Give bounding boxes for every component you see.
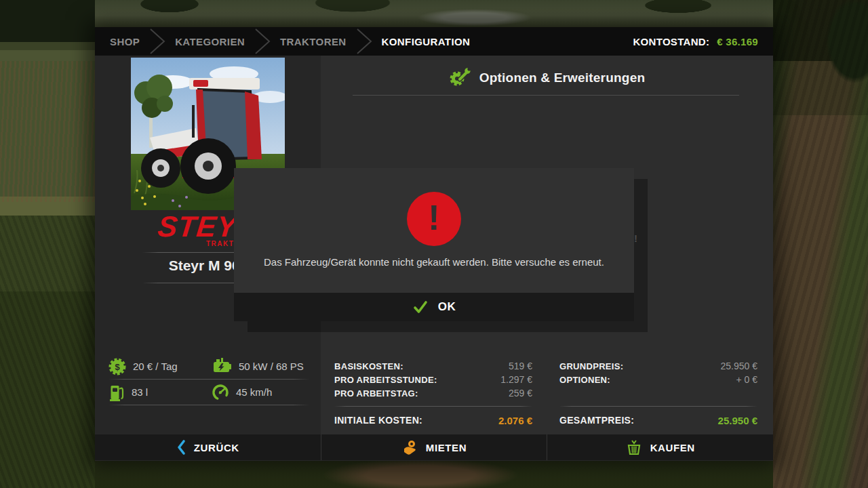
buy-button-label: KAUFEN [650, 442, 695, 453]
table-total-row: INITIALE KOSTEN: 2.076 € [334, 413, 532, 427]
vehicle-stats: $ 20 € / Tag 50 kW / 68 PS 83 l [108, 354, 309, 405]
game-background-right [773, 0, 868, 488]
table-row: BASISKOSTEN: 519 € [334, 359, 532, 373]
buy-button[interactable]: KAUFEN [547, 434, 773, 460]
speed-icon [212, 384, 229, 401]
cost-label: BASISKOSTEN: [334, 361, 403, 371]
cost-value: 259 € [509, 388, 532, 399]
rent-hand-coin-icon [401, 439, 418, 455]
cost-label: INITIALE KOSTEN: [334, 415, 422, 426]
cost-label: PRO ARBEITSTAG: [334, 388, 418, 399]
rental-costs-table: BASISKOSTEN: 519 € PRO ARBEITSSTUNDE: 1.… [334, 359, 532, 427]
error-dialog: ! Das Fahrzeug/Gerät konnte nicht gekauf… [234, 168, 634, 321]
spacer [559, 386, 757, 400]
account-balance: KONTOSTAND: € 36.169 [633, 36, 758, 47]
breadcrumb-item-kategorien[interactable]: KATEGORIEN [175, 36, 245, 47]
stat-value: 50 kW / 68 PS [239, 361, 304, 372]
back-button[interactable]: ZURÜCK [95, 434, 321, 460]
rent-button-label: MIETEN [426, 442, 467, 453]
alert-icon: ! [407, 192, 461, 246]
ok-button[interactable]: OK [234, 293, 634, 321]
stat-value: 45 km/h [236, 386, 272, 398]
breadcrumb-bar: SHOP KATEGORIEN TRAKTOREN KONFIGURATION … [95, 27, 773, 56]
chevron-left-icon [176, 439, 186, 455]
cost-label: GRUNDPREIS: [559, 361, 623, 371]
chevron-right-icon [149, 28, 166, 55]
stat-value: 83 l [132, 386, 148, 398]
table-row: OPTIONEN: + 0 € [559, 373, 757, 386]
back-button-label: ZURÜCK [194, 442, 239, 453]
divider [353, 95, 739, 96]
ok-button-label: OK [438, 300, 456, 314]
table-row: GRUNDPREIS: 25.950 € [559, 359, 757, 373]
divider [559, 406, 757, 407]
rent-button[interactable]: MIETEN [321, 434, 547, 460]
cost-label: GESAMTPREIS: [559, 415, 634, 426]
breadcrumb-item-traktoren[interactable]: TRAKTOREN [280, 36, 347, 47]
total-price-value: 25.950 € [718, 415, 757, 426]
options-header: Optionen & Erweiterungen [321, 64, 773, 92]
svg-text:$: $ [115, 361, 120, 371]
cost-value: 25.950 € [721, 361, 758, 371]
checkmark-icon [412, 300, 429, 314]
table-total-row: GESAMTPREIS: 25.950 € [559, 413, 757, 427]
initial-costs-value: 2.076 € [498, 415, 532, 426]
stat-daily-cost: $ 20 € / Tag [108, 354, 212, 379]
cost-value: + 0 € [736, 374, 757, 385]
stat-power: 50 kW / 68 PS [212, 354, 309, 379]
chevron-right-icon [355, 28, 373, 55]
chevron-right-icon [254, 28, 271, 55]
stat-value: 20 € / Tag [133, 361, 178, 372]
buy-basket-icon [626, 439, 642, 456]
cost-label: PRO ARBEITSSTUNDE: [334, 375, 437, 385]
game-background-bottom [95, 460, 773, 488]
exclamation-glyph: ! [428, 200, 439, 238]
game-background-left [0, 0, 95, 488]
footer-button-bar: ZURÜCK MIETEN KAUFEN [95, 434, 773, 460]
balance-label: KONTOSTAND: [633, 36, 709, 47]
stat-max-speed: 45 km/h [212, 380, 309, 405]
purchase-costs-table: GRUNDPREIS: 25.950 € OPTIONEN: + 0 € GES… [559, 359, 757, 427]
divider [108, 405, 309, 405]
engine-icon [212, 358, 232, 375]
stat-fuel-capacity: 83 l [108, 380, 212, 405]
cost-value: 519 € [509, 361, 532, 371]
game-background-top [0, 0, 868, 28]
breadcrumb-item-shop[interactable]: SHOP [110, 36, 140, 47]
money-icon: $ [108, 358, 126, 375]
hidden-message-fragment: ! [634, 232, 637, 244]
cost-label: OPTIONEN: [559, 375, 610, 385]
divider [334, 406, 532, 407]
fuel-icon [108, 383, 125, 401]
breadcrumb-item-konfiguration: KONFIGURATION [382, 36, 471, 47]
cost-value: 1.297 € [500, 374, 532, 385]
wrench-gear-icon [449, 68, 471, 88]
error-message: Das Fahrzeug/Gerät konnte nicht gekauft … [234, 256, 634, 268]
balance-value: € 36.169 [717, 36, 758, 47]
options-title: Optionen & Erweiterungen [479, 70, 645, 85]
table-row: PRO ARBEITSSTUNDE: 1.297 € [334, 373, 532, 386]
table-row: PRO ARBEITSTAG: 259 € [334, 386, 532, 400]
